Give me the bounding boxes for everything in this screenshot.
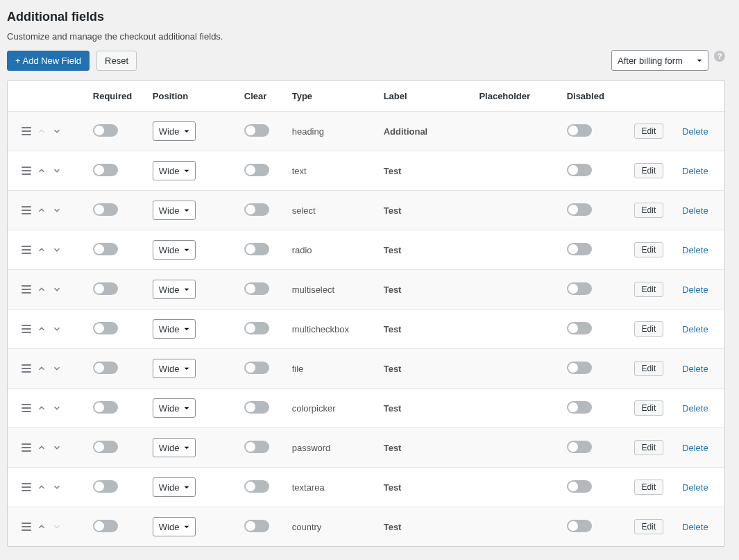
position-select[interactable]: Wide	[153, 398, 196, 418]
drag-handle-icon[interactable]	[22, 325, 31, 333]
disabled-toggle[interactable]	[567, 282, 592, 295]
disabled-toggle[interactable]	[567, 441, 592, 453]
disabled-toggle[interactable]	[567, 203, 592, 216]
move-up-icon[interactable]	[37, 324, 46, 334]
required-toggle[interactable]	[93, 124, 118, 137]
drag-handle-icon[interactable]	[22, 364, 31, 373]
delete-link[interactable]: Delete	[682, 285, 708, 295]
clear-toggle[interactable]	[244, 203, 269, 216]
move-up-icon[interactable]	[37, 443, 46, 452]
edit-button[interactable]: Edit	[634, 400, 664, 416]
position-select[interactable]: Wide	[153, 280, 196, 299]
delete-link[interactable]: Delete	[682, 482, 708, 493]
move-up-icon[interactable]	[37, 482, 46, 492]
position-select[interactable]: Wide	[153, 201, 196, 220]
required-toggle[interactable]	[93, 441, 118, 453]
move-up-icon[interactable]	[37, 285, 46, 294]
move-up-icon[interactable]	[37, 522, 46, 532]
add-new-field-button[interactable]: + Add New Field	[7, 51, 90, 71]
clear-toggle[interactable]	[244, 480, 269, 493]
edit-button[interactable]: Edit	[634, 124, 664, 139]
edit-button[interactable]: Edit	[634, 242, 664, 257]
position-select[interactable]: Wide	[153, 161, 196, 180]
position-select[interactable]: Wide	[153, 319, 196, 339]
required-toggle[interactable]	[93, 362, 118, 374]
drag-handle-icon[interactable]	[22, 285, 31, 294]
drag-handle-icon[interactable]	[22, 167, 31, 175]
move-down-icon[interactable]	[52, 443, 62, 452]
drag-handle-icon[interactable]	[22, 483, 31, 491]
move-down-icon[interactable]	[52, 364, 62, 373]
delete-link[interactable]: Delete	[682, 364, 708, 374]
drag-handle-icon[interactable]	[22, 206, 31, 214]
disabled-toggle[interactable]	[567, 164, 592, 176]
move-up-icon[interactable]	[37, 205, 46, 215]
move-up-icon[interactable]	[37, 166, 46, 176]
clear-toggle[interactable]	[244, 124, 269, 137]
move-up-icon[interactable]	[37, 403, 46, 413]
move-down-icon[interactable]	[52, 205, 62, 215]
required-toggle[interactable]	[93, 203, 118, 216]
clear-toggle[interactable]	[244, 520, 269, 532]
edit-button[interactable]: Edit	[634, 282, 664, 297]
delete-link[interactable]: Delete	[682, 126, 708, 137]
help-icon[interactable]: ?	[714, 51, 725, 62]
move-down-icon[interactable]	[52, 324, 62, 334]
position-select[interactable]: Wide	[153, 517, 196, 536]
edit-button[interactable]: Edit	[634, 361, 664, 376]
position-select[interactable]: Wide	[153, 438, 196, 457]
drag-handle-icon[interactable]	[22, 127, 31, 135]
position-select[interactable]: Wide	[153, 240, 196, 260]
delete-link[interactable]: Delete	[682, 403, 708, 414]
edit-button[interactable]: Edit	[634, 203, 664, 218]
disabled-toggle[interactable]	[567, 362, 592, 374]
required-toggle[interactable]	[93, 401, 118, 414]
position-select[interactable]: Wide	[153, 477, 196, 497]
reset-button[interactable]: Reset	[96, 51, 137, 71]
clear-toggle[interactable]	[244, 401, 269, 414]
edit-button[interactable]: Edit	[634, 480, 664, 495]
move-down-icon[interactable]	[52, 285, 62, 294]
edit-button[interactable]: Edit	[634, 321, 664, 337]
clear-toggle[interactable]	[244, 441, 269, 453]
delete-link[interactable]: Delete	[682, 443, 708, 453]
drag-handle-icon[interactable]	[22, 523, 31, 531]
move-down-icon[interactable]	[52, 126, 62, 136]
move-down-icon[interactable]	[52, 403, 62, 413]
required-toggle[interactable]	[93, 322, 118, 334]
required-toggle[interactable]	[93, 164, 118, 176]
edit-button[interactable]: Edit	[634, 519, 664, 534]
clear-toggle[interactable]	[244, 243, 269, 255]
move-up-icon[interactable]	[37, 245, 46, 255]
required-toggle[interactable]	[93, 520, 118, 532]
clear-toggle[interactable]	[244, 164, 269, 176]
drag-handle-icon[interactable]	[22, 404, 31, 412]
disabled-toggle[interactable]	[567, 401, 592, 414]
delete-link[interactable]: Delete	[682, 522, 708, 532]
move-down-icon[interactable]	[52, 166, 62, 176]
clear-toggle[interactable]	[244, 322, 269, 334]
edit-button[interactable]: Edit	[634, 163, 664, 178]
disabled-toggle[interactable]	[567, 322, 592, 334]
clear-toggle[interactable]	[244, 362, 269, 374]
position-select[interactable]: Wide	[153, 359, 196, 378]
drag-handle-icon[interactable]	[22, 443, 31, 452]
move-down-icon[interactable]	[52, 245, 62, 255]
delete-link[interactable]: Delete	[682, 205, 708, 216]
drag-handle-icon[interactable]	[22, 246, 31, 254]
disabled-toggle[interactable]	[567, 480, 592, 493]
delete-link[interactable]: Delete	[682, 166, 708, 176]
edit-button[interactable]: Edit	[634, 440, 664, 455]
move-up-icon[interactable]	[37, 364, 46, 373]
disabled-toggle[interactable]	[567, 124, 592, 137]
required-toggle[interactable]	[93, 282, 118, 295]
position-select[interactable]: Wide	[153, 121, 196, 141]
required-toggle[interactable]	[93, 243, 118, 255]
move-down-icon[interactable]	[52, 482, 62, 492]
location-select[interactable]: After billing form	[611, 50, 708, 71]
delete-link[interactable]: Delete	[682, 324, 708, 334]
required-toggle[interactable]	[93, 480, 118, 493]
delete-link[interactable]: Delete	[682, 245, 708, 255]
clear-toggle[interactable]	[244, 282, 269, 295]
disabled-toggle[interactable]	[567, 243, 592, 255]
